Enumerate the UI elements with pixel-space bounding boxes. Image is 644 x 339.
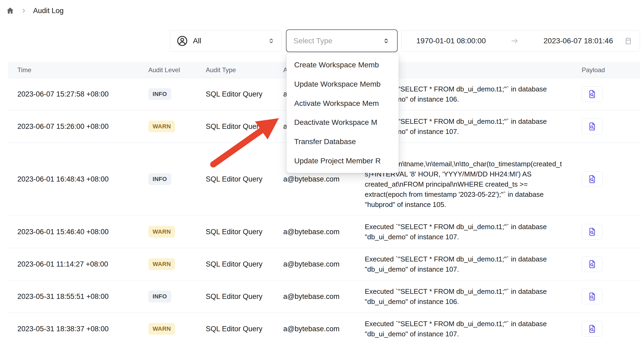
document-search-icon bbox=[587, 259, 597, 269]
audit-level-badge: WARN bbox=[148, 258, 175, 270]
actor-cell: a@bytebase.com bbox=[281, 325, 362, 333]
column-header-time: Time bbox=[8, 66, 146, 74]
time-cell: 2023-05-31 18:55:51 +08:00 bbox=[8, 292, 146, 301]
audit-type-cell: SQL Editor Query bbox=[203, 90, 281, 98]
type-dropdown-option[interactable]: Activate Workspace Mem bbox=[287, 94, 398, 113]
audit-level-cell: INFO bbox=[146, 291, 203, 302]
payload-view-button[interactable] bbox=[582, 119, 603, 134]
payload-cell bbox=[576, 86, 640, 102]
actor-filter-select[interactable]: All bbox=[170, 30, 282, 52]
audit-log-page: Audit Log All Select Type 1970-01-01 08:… bbox=[0, 0, 644, 339]
time-cell: 2023-06-01 11:14:27 +08:00 bbox=[8, 260, 146, 268]
actor-filter-value: All bbox=[193, 37, 201, 45]
audit-type-cell: SQL Editor Query bbox=[203, 325, 281, 333]
audit-level-badge: INFO bbox=[148, 173, 171, 185]
payload-view-button[interactable] bbox=[582, 321, 603, 337]
date-range-start[interactable]: 1970-01-01 08:00:00 bbox=[416, 37, 486, 45]
column-header-audit-type: Audit Type bbox=[203, 66, 281, 74]
type-dropdown-option[interactable]: Update Project Member R bbox=[287, 151, 398, 171]
type-filter-select[interactable]: Select Type bbox=[286, 29, 398, 52]
breadcrumb: Audit Log bbox=[6, 6, 64, 15]
comment-cell: Executed `"SELECT * FROM db_ui_demo.t1;"… bbox=[362, 216, 576, 248]
audit-level-cell: WARN bbox=[146, 258, 203, 270]
time-cell: 2023-06-01 15:46:40 +08:00 bbox=[8, 228, 146, 236]
document-search-icon bbox=[587, 324, 597, 334]
audit-level-badge: INFO bbox=[148, 88, 171, 100]
payload-cell bbox=[576, 256, 640, 272]
up-down-chevrons-icon bbox=[267, 37, 275, 45]
actor-cell: a@bytebase.com bbox=[281, 260, 362, 268]
time-cell: 2023-06-07 15:26:00 +08:00 bbox=[8, 122, 146, 131]
audit-level-cell: WARN bbox=[146, 226, 203, 238]
date-range-end[interactable]: 2023-06-07 18:01:46 bbox=[544, 37, 613, 45]
table-row: 2023-05-31 18:55:51 +08:00INFOSQL Editor… bbox=[8, 280, 640, 313]
audit-type-cell: SQL Editor Query bbox=[203, 292, 281, 301]
time-cell: 2023-06-01 16:48:43 +08:00 bbox=[8, 175, 146, 183]
time-cell: 2023-06-07 15:27:58 +08:00 bbox=[8, 90, 146, 98]
payload-cell bbox=[576, 119, 640, 134]
audit-level-cell: INFO bbox=[146, 173, 203, 185]
comment-cell: Executed `"SELECT * FROM db_ui_demo.t1;"… bbox=[362, 280, 576, 313]
document-search-icon bbox=[587, 174, 597, 184]
payload-view-button[interactable] bbox=[582, 256, 603, 272]
payload-view-button[interactable] bbox=[582, 86, 603, 102]
page-title: Audit Log bbox=[33, 7, 64, 15]
table-row: 2023-06-01 11:14:27 +08:00WARNSQL Editor… bbox=[8, 248, 640, 280]
type-dropdown-option[interactable]: Create Workspace Memb bbox=[287, 55, 398, 75]
actor-cell: a@bytebase.com bbox=[281, 228, 362, 236]
calendar-icon[interactable] bbox=[624, 37, 632, 45]
document-search-icon bbox=[587, 122, 597, 131]
home-icon[interactable] bbox=[6, 6, 14, 15]
audit-type-cell: SQL Editor Query bbox=[203, 175, 281, 183]
payload-cell bbox=[576, 321, 640, 337]
type-dropdown-option[interactable]: Transfer Database bbox=[287, 132, 398, 151]
arrow-right-icon bbox=[510, 37, 519, 45]
document-search-icon bbox=[587, 292, 597, 301]
payload-cell bbox=[576, 224, 640, 240]
audit-level-badge: INFO bbox=[148, 291, 171, 302]
actor-cell: a@bytebase.com bbox=[281, 292, 362, 301]
audit-level-cell: INFO bbox=[146, 88, 203, 100]
type-dropdown-option[interactable]: Update Workspace Memb bbox=[287, 75, 398, 94]
table-row: 2023-06-01 15:46:40 +08:00WARNSQL Editor… bbox=[8, 216, 640, 248]
date-range-picker[interactable]: 1970-01-01 08:00:00 2023-06-07 18:01:46 bbox=[401, 30, 640, 52]
column-header-audit-level: Audit Level bbox=[146, 66, 203, 74]
comment-cell: Executed `"SELECT * FROM db_ui_demo.t1;"… bbox=[362, 248, 576, 280]
document-search-icon bbox=[587, 89, 597, 99]
table-row: 2023-05-31 18:38:37 +08:00WARNSQL Editor… bbox=[8, 313, 640, 339]
audit-level-cell: WARN bbox=[146, 121, 203, 132]
type-filter-placeholder: Select Type bbox=[293, 37, 332, 45]
chevron-right-icon bbox=[21, 8, 27, 14]
type-dropdown-option[interactable]: Deactivate Workspace M bbox=[287, 113, 398, 132]
actor-cell: a@bytebase.com bbox=[281, 175, 362, 183]
column-header-payload: Payload bbox=[576, 66, 640, 74]
comment-cell: Executed `"SELECT * FROM db_ui_demo.t1;"… bbox=[362, 313, 576, 339]
person-circle-icon bbox=[176, 35, 188, 47]
up-down-chevrons-icon bbox=[382, 37, 390, 45]
audit-level-cell: WARN bbox=[146, 323, 203, 335]
document-search-icon bbox=[587, 227, 597, 237]
payload-view-button[interactable] bbox=[582, 224, 603, 240]
audit-level-badge: WARN bbox=[148, 323, 175, 335]
payload-view-button[interactable] bbox=[582, 289, 603, 304]
payload-cell bbox=[576, 171, 640, 187]
type-dropdown: Create Workspace MembUpdate Workspace Me… bbox=[286, 53, 399, 173]
audit-type-cell: SQL Editor Query bbox=[203, 228, 281, 236]
time-cell: 2023-05-31 18:38:37 +08:00 bbox=[8, 325, 146, 333]
audit-type-cell: SQL Editor Query bbox=[203, 260, 281, 268]
payload-view-button[interactable] bbox=[582, 171, 603, 187]
audit-level-badge: WARN bbox=[148, 121, 175, 132]
payload-cell bbox=[576, 289, 640, 304]
audit-level-badge: WARN bbox=[148, 226, 175, 238]
audit-type-cell: SQL Editor Query bbox=[203, 122, 281, 131]
